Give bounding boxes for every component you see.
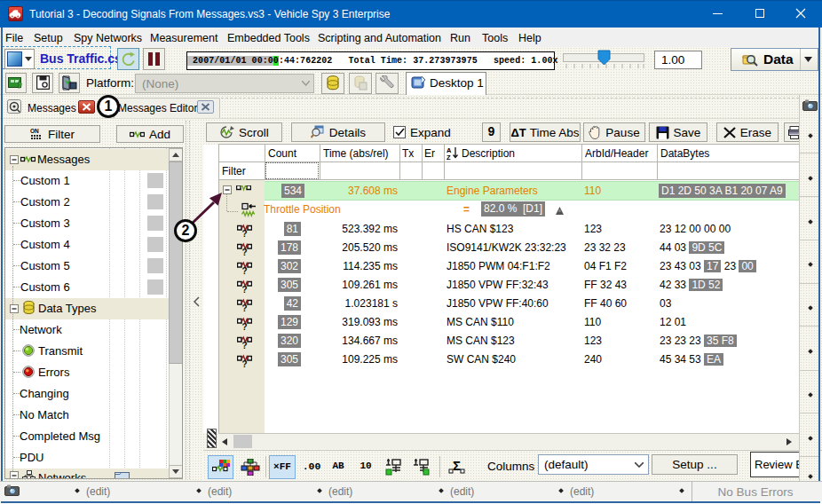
svg-text:Z: Z: [447, 154, 451, 160]
svg-text:Σ: Σ: [453, 458, 461, 473]
svg-text:ON: ON: [30, 128, 39, 134]
